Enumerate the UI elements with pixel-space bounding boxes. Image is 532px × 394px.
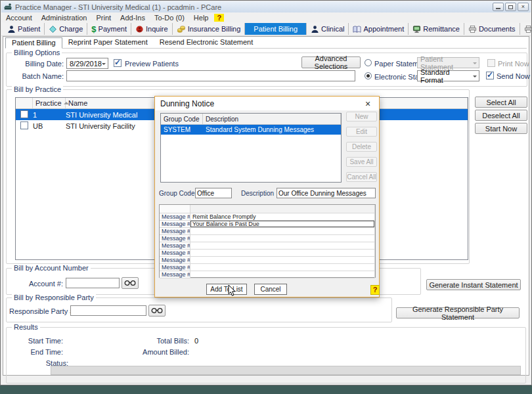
send-now-checkbox[interactable] bbox=[486, 72, 494, 79]
coins-icon bbox=[177, 25, 186, 33]
message-3-cell[interactable] bbox=[190, 228, 375, 235]
toolbar-insurance-billing[interactable]: Insurance Billing bbox=[173, 23, 246, 35]
app-icon bbox=[3, 2, 12, 12]
send-now-label: Send Now bbox=[497, 72, 530, 80]
account-number-label: Account #: bbox=[14, 280, 63, 288]
paper-statement-radio[interactable] bbox=[365, 59, 372, 66]
group-code-column-header[interactable]: Group Code bbox=[161, 114, 203, 124]
delete-button: Delete bbox=[346, 142, 377, 152]
tab-reprint-paper-statement[interactable]: Reprint Paper Statement bbox=[62, 37, 154, 48]
billing-date-combo[interactable]: 8/29/2018 bbox=[66, 58, 108, 69]
app-window: Practice Manager - STI University Medica… bbox=[0, 0, 532, 385]
toolbar-clinical[interactable]: Clinical bbox=[307, 23, 349, 35]
batch-name-label: Batch Name: bbox=[14, 72, 64, 80]
desktop-strip bbox=[0, 385, 532, 394]
dialog-cancel-button[interactable]: Cancel bbox=[254, 284, 287, 295]
dialog-title: Dunning Notice bbox=[160, 99, 214, 108]
group-code-input[interactable] bbox=[195, 188, 232, 198]
message-9-cell[interactable] bbox=[190, 271, 375, 278]
menu-bar: Account Administration Print Add-Ins To-… bbox=[1, 12, 531, 22]
generate-instant-statement-button[interactable]: Generate Instant Statement bbox=[426, 279, 521, 290]
start-now-button[interactable]: Start Now bbox=[475, 123, 527, 134]
menu-account[interactable]: Account bbox=[1, 14, 37, 22]
dialog-close-icon[interactable]: × bbox=[362, 98, 374, 109]
binoculars-icon bbox=[124, 280, 136, 286]
toolbar-payment[interactable]: $ Payment bbox=[87, 23, 131, 35]
person-icon bbox=[7, 25, 16, 33]
chevron-down-icon bbox=[473, 62, 477, 66]
message-8-cell[interactable] bbox=[190, 264, 375, 271]
preview-patients-label: Preview Patients bbox=[125, 60, 179, 68]
message-row-4: Message #4 bbox=[160, 235, 375, 242]
generate-responsible-party-statement-button[interactable]: Generate Responsible Party Statement bbox=[396, 307, 520, 318]
message-5-cell[interactable] bbox=[190, 242, 375, 250]
results-title: Results bbox=[12, 323, 40, 331]
electronic-statement-radio[interactable] bbox=[365, 72, 372, 79]
responsible-party-input[interactable] bbox=[70, 305, 146, 316]
message-4-cell[interactable] bbox=[190, 235, 375, 242]
title-bar: Practice Manager - STI University Medica… bbox=[1, 1, 531, 12]
message-row-7: Message #7 bbox=[160, 257, 375, 264]
practice-row-2-checkbox[interactable] bbox=[20, 121, 28, 129]
message-row-1: Message #1Remit Balance Promptly bbox=[160, 213, 375, 221]
menu-to-do[interactable]: To-Do (0) bbox=[150, 14, 189, 22]
diamond-icon bbox=[49, 25, 57, 33]
message-7-cell[interactable] bbox=[190, 257, 375, 264]
toolbar-patient-billing[interactable]: Patient Billing bbox=[245, 23, 307, 35]
message-row-3: Message #3 bbox=[160, 228, 375, 235]
batch-name-input[interactable] bbox=[66, 70, 355, 81]
practice-row-1-checkbox[interactable] bbox=[20, 110, 28, 118]
tab-resend-electronic-statement[interactable]: Resend Electronic Statement bbox=[154, 37, 259, 48]
advanced-selections-button[interactable]: Advanced Selections bbox=[301, 56, 361, 68]
deselect-all-button[interactable]: Deselect All bbox=[475, 110, 527, 121]
toolbar-reports[interactable]: Reports bbox=[520, 23, 532, 35]
maximize-button[interactable] bbox=[505, 3, 516, 11]
account-search-button[interactable] bbox=[122, 277, 139, 289]
person-icon bbox=[311, 25, 319, 33]
dialog-title-bar: Dunning Notice × bbox=[155, 97, 379, 110]
preview-patients-checkbox[interactable] bbox=[114, 59, 122, 67]
close-button[interactable]: × bbox=[518, 3, 529, 11]
toolbar-inquire[interactable]: Inquire bbox=[131, 23, 173, 35]
checkbox-column-header[interactable] bbox=[16, 98, 33, 108]
message-1-cell[interactable]: Remit Balance Promptly bbox=[190, 213, 375, 221]
amount-billed-label: Amount Billed: bbox=[142, 348, 189, 356]
toolbar-appointment[interactable]: Appointment bbox=[349, 23, 409, 35]
description-input[interactable] bbox=[277, 188, 376, 198]
responsible-party-search-button[interactable] bbox=[148, 305, 166, 317]
toolbar-charge[interactable]: Charge bbox=[45, 23, 87, 35]
dollar-icon: $ bbox=[91, 25, 96, 33]
message-grid: Message #1Remit Balance Promptly Message… bbox=[159, 204, 376, 278]
total-bills-label: Total Bills: bbox=[150, 337, 189, 345]
window-title: Practice Manager - STI University Medica… bbox=[15, 3, 221, 11]
message-2-cell[interactable]: Your Balance is Past Due bbox=[190, 221, 375, 228]
toolbar-documents[interactable]: Documents bbox=[464, 23, 520, 35]
standard-format-combo[interactable]: Standard Format bbox=[417, 70, 479, 81]
add-to-list-button[interactable]: Add To List bbox=[206, 284, 247, 295]
practice-column-header[interactable]: Practice bbox=[33, 98, 66, 108]
responsible-party-label: Responsible Party #: bbox=[9, 307, 76, 315]
description-column-header[interactable]: Description bbox=[203, 114, 341, 124]
print-now-checkbox bbox=[487, 59, 495, 67]
printer-icon bbox=[468, 25, 477, 33]
dialog-help-icon[interactable]: ? bbox=[370, 285, 380, 295]
billing-options-title: Billing Options bbox=[12, 49, 62, 56]
select-all-button[interactable]: Select All bbox=[475, 97, 527, 108]
toolbar-patient[interactable]: Patient bbox=[3, 23, 45, 35]
menu-add-ins[interactable]: Add-Ins bbox=[116, 14, 150, 22]
minimize-button[interactable] bbox=[493, 3, 504, 11]
tab-patient-billing[interactable]: Patient Billing bbox=[5, 37, 62, 49]
progress-bar bbox=[51, 366, 521, 375]
menu-print[interactable]: Print bbox=[91, 14, 116, 22]
toolbar-remittance[interactable]: Remittance bbox=[409, 23, 464, 35]
dunning-group-row[interactable]: SYSTEM Standard System Dunning Messages bbox=[161, 125, 341, 135]
status-label: Status: bbox=[22, 359, 68, 367]
menu-administration[interactable]: Administration bbox=[37, 14, 92, 22]
message-6-cell[interactable] bbox=[190, 250, 375, 257]
screen: Practice Manager - STI University Medica… bbox=[0, 0, 532, 394]
menu-help-question-icon[interactable]: ? bbox=[214, 14, 224, 22]
message-grid-header bbox=[160, 205, 375, 213]
account-number-input[interactable] bbox=[66, 278, 120, 288]
menu-help[interactable]: Help bbox=[189, 14, 213, 22]
billing-date-label: Billing Date: bbox=[14, 60, 64, 68]
